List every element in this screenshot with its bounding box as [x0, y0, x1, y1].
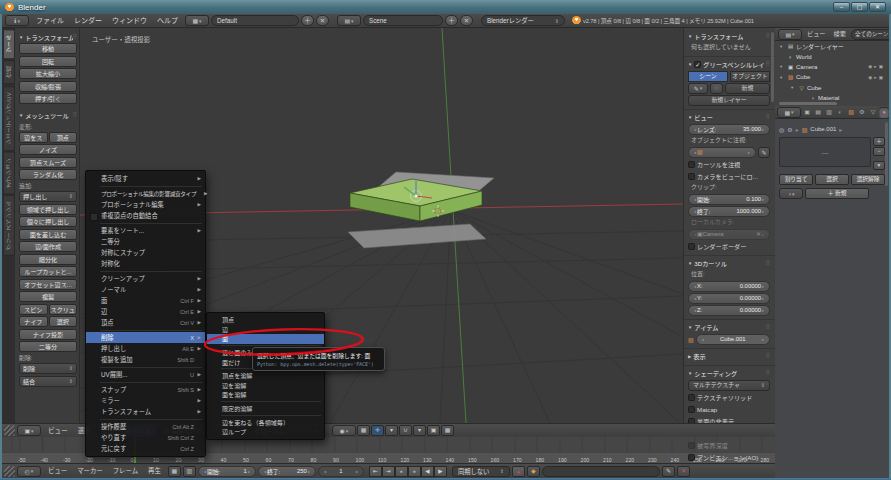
outliner-display-filter[interactable]: 全てのシーン▾ — [851, 29, 891, 40]
manipulator-dropdown-icon[interactable]: ▾ — [385, 425, 398, 436]
menu-item[interactable]: 頂点 — [207, 315, 324, 325]
tool-button[interactable]: 面を差し込む — [19, 229, 77, 240]
tool-button[interactable]: 頂点スムーズ — [19, 157, 77, 168]
properties-tab-icon[interactable]: ▥ — [824, 107, 834, 118]
tool-shelf-tab[interactable]: グリースペンシル — [3, 195, 15, 256]
render-opengl-anim-icon[interactable]: ▦ — [441, 425, 454, 436]
tool-button[interactable]: 押す/引く — [19, 93, 77, 104]
menu-item[interactable]: 元に戻す Ctrl Z ▶ — [86, 443, 205, 454]
menu-item[interactable]: 面 — [207, 334, 324, 344]
frame-lock-icon[interactable]: ▥ — [183, 466, 196, 477]
maximize-button[interactable]: ▢ — [851, 2, 868, 12]
gp-ghost-toggle[interactable]: ◌ — [710, 83, 723, 94]
editor-type-button[interactable]: ▦▾ — [777, 107, 801, 118]
snap-mode-icon[interactable]: ▾ — [413, 425, 426, 436]
local-camera-field[interactable]: ▣Camera✕ — [688, 229, 770, 240]
tool-button[interactable]: ループカットと... — [19, 266, 77, 277]
editor-type-button[interactable]: ▣▾ — [17, 425, 41, 436]
menu-item[interactable]: 面を溶解 — [207, 390, 324, 400]
menu-item[interactable]: 辺を溶解 — [207, 381, 324, 391]
frame-end-field[interactable]: 終了:250 — [258, 466, 316, 477]
gp-pencil-dropdown[interactable]: ✎▾ — [688, 83, 708, 94]
eye-icon[interactable]: ◉ — [868, 75, 872, 80]
menu-item[interactable]: 辺 Ctrl E ▶ — [86, 306, 205, 317]
window-titlebar[interactable]: Blender – ▢ ✕ — [0, 0, 891, 14]
extrude-dropdown[interactable]: 押し出し⇕ — [19, 191, 77, 202]
outliner-search-menu[interactable]: 検索 — [831, 28, 849, 40]
panel-header-display[interactable]: 表示 — [688, 351, 770, 362]
lock-camera-row[interactable]: カメラをビューにロ... — [688, 170, 770, 182]
clip-end-field[interactable]: 終了:1000.000 — [688, 206, 770, 217]
area-corner-handle[interactable] — [4, 466, 15, 477]
properties-tab-icon[interactable]: ● — [879, 107, 889, 118]
panel-header-transform[interactable]: トランスフォーム — [19, 32, 77, 43]
properties-tab-icon[interactable]: ▧ — [846, 107, 856, 118]
sidebar-scrollbar[interactable] — [771, 32, 774, 102]
manipulator-translate-icon[interactable]: ✛ — [371, 425, 384, 436]
properties-scrollbar[interactable] — [885, 122, 888, 186]
slot-specials-button[interactable]: ▾ — [873, 161, 885, 170]
panel-header-item[interactable]: アイテム — [688, 322, 770, 333]
properties-tab-icon[interactable]: ◐ — [835, 107, 845, 118]
pivot-point-select[interactable]: ◉▾ — [332, 425, 356, 436]
tool-button[interactable]: ナイフ投影 — [19, 329, 77, 340]
tool-button[interactable]: オフセット辺ス... — [19, 279, 77, 290]
eyedropper-button[interactable]: ✎ — [758, 147, 770, 158]
playback-button[interactable]: ◀ — [421, 466, 434, 477]
lock-cursor-row[interactable]: カーソルを注視 — [688, 158, 770, 170]
selectable-icon[interactable]: ▸ — [874, 75, 876, 80]
menu-item[interactable]: UV展開... U ▶ — [86, 369, 205, 380]
tool-button[interactable]: 移動 — [19, 43, 77, 54]
menu-item[interactable]: ミラー ▶ — [86, 395, 205, 406]
tool-shelf-tab[interactable]: オプション — [3, 152, 15, 195]
shading-mode-select[interactable]: マルチテクスチャ⇕ — [688, 380, 770, 391]
tool-dropdown[interactable]: 結合⇕ — [19, 376, 77, 387]
close-button[interactable]: ✕ — [869, 2, 886, 12]
selectable-icon[interactable]: ▸ — [874, 64, 876, 69]
properties-tab-icon[interactable]: ▤ — [813, 107, 823, 118]
panel-header-transform[interactable]: トランスフォーム — [688, 31, 770, 42]
editor-type-button[interactable]: ◴▾ — [17, 466, 41, 477]
menu-item[interactable]: ノーマル ▶ — [86, 284, 205, 295]
checkbox-icon[interactable] — [688, 406, 695, 413]
add-scene-button[interactable]: ＋ — [445, 15, 458, 26]
breadcrumb-object[interactable]: Cube.001 — [810, 126, 836, 132]
snap-magnet-icon[interactable]: ∪ — [399, 425, 412, 436]
outliner-row[interactable]: ▽ Cube ◉▸▣ — [775, 83, 889, 93]
tool-button[interactable]: 二等分 — [19, 341, 77, 352]
tool-shelf-tab[interactable]: シェーディング/UV — [3, 86, 15, 151]
sync-mode-select[interactable]: 同期しない⇕ — [452, 466, 510, 477]
minimize-button[interactable]: – — [833, 2, 850, 12]
render-border-row[interactable]: レンダーボーダー — [688, 240, 770, 252]
menu-item[interactable]: 削除 X ▶ — [86, 332, 205, 343]
menu-item[interactable]: 頂点を溶解 — [207, 371, 324, 381]
checkbox-icon[interactable] — [688, 454, 695, 461]
header-menu-item[interactable]: ビュー — [43, 425, 73, 437]
scene-icon-button[interactable]: ▤▾ — [337, 15, 361, 26]
panel-header-3d-cursor[interactable]: 3Dカーソル — [688, 258, 770, 269]
tool-shelf-tab[interactable]: ツール — [3, 29, 15, 59]
tool-button[interactable]: 領域で押し出し — [19, 204, 77, 215]
editor-type-button[interactable]: ℹ▾ — [5, 15, 29, 26]
checkbox-icon[interactable] — [688, 173, 695, 180]
panel-header-shading[interactable]: シェーディング — [688, 368, 770, 379]
tool-button[interactable]: 回転 — [19, 56, 77, 67]
outliner-scrollbar[interactable] — [779, 102, 837, 105]
knife-button[interactable]: ナイフ — [19, 316, 48, 327]
tool-dropdown[interactable]: 削除⇕ — [19, 363, 77, 374]
menu-item[interactable]: トランスフォーム ▶ — [86, 406, 205, 417]
playback-button[interactable]: ▶ — [434, 466, 447, 477]
playback-button[interactable]: » — [408, 466, 421, 477]
shading-checkbox-row[interactable]: Matcap — [688, 403, 770, 415]
menu-item[interactable]: 押し出し Alt E ▶ — [86, 343, 205, 354]
keying-clear-icon[interactable]: ✕ — [677, 466, 690, 477]
menubar-item[interactable]: ウィンドウ — [107, 15, 152, 27]
menu-item[interactable]: 要素をソート... ▶ — [86, 225, 205, 236]
lens-field[interactable]: レンズ:35.000 — [688, 124, 770, 135]
header-menu-item[interactable]: ビュー — [43, 465, 72, 477]
checkbox-icon[interactable] — [688, 442, 695, 449]
cursor-x-field[interactable]: X:0.00000 — [688, 281, 770, 292]
header-menu-item[interactable]: フレーム — [108, 465, 143, 477]
renderable-icon[interactable]: ▣ — [879, 75, 883, 80]
tool-button[interactable]: 細分化 — [19, 254, 77, 265]
